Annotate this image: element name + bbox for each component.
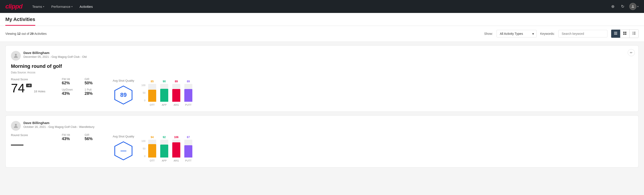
- refresh-icon[interactable]: ↻: [620, 3, 626, 10]
- chart-col-app-2: 92 APP: [160, 140, 168, 162]
- card-header-2: Dave Billingham October 16, 2021 - Gog M…: [11, 121, 633, 131]
- shot-quality-chart: 100 50 0 85 OTT: [142, 84, 192, 106]
- bar-ott-label-2: OTT: [150, 159, 155, 162]
- user-menu-button[interactable]: ▾: [629, 3, 639, 10]
- user-info-2: Dave Billingham October 16, 2021 - Gog M…: [24, 121, 633, 128]
- bar-putt-2: [184, 145, 192, 158]
- quality-section-2: Avg Shot Quality — 100 50: [113, 134, 633, 162]
- sub-stats: FW Hit 62% GIR 50% Up/Down 43% 1 Putt 28…: [62, 78, 102, 96]
- activity-card-1: ✏ Dave Billingham December 05, 2021 - Go…: [5, 45, 639, 112]
- gir-stat-2: GIR 56%: [84, 134, 102, 141]
- round-score-section: Round Score 74 +4 18 Holes: [11, 78, 51, 94]
- shot-quality-chart-2: 100 50 0 94 OTT: [142, 140, 192, 162]
- bar-arg: [172, 89, 180, 102]
- user-info: Dave Billingham December 05, 2021 - Gog …: [24, 51, 633, 58]
- bar-ott-value-2: 94: [150, 136, 154, 139]
- filter-bar: Viewing 12 out of 29 Activities Show: Al…: [0, 26, 644, 42]
- card-stats: Round Score 74 +4 18 Holes FW Hit 62% GI…: [11, 78, 633, 106]
- nav-teams[interactable]: Teams ▾: [30, 3, 47, 10]
- hex-shape: 89: [113, 85, 134, 105]
- card-stats-2: Round Score — FW Hit 43% GIR 56%: [11, 134, 633, 162]
- card-header: Dave Billingham December 05, 2021 - Gog …: [11, 51, 633, 61]
- bar-app-2: [160, 144, 168, 158]
- add-icon[interactable]: ⊕: [610, 3, 616, 10]
- view-toggle: [611, 30, 639, 38]
- user-name: Dave Billingham: [24, 51, 633, 55]
- svg-rect-10: [632, 33, 633, 34]
- svg-point-16: [15, 124, 17, 126]
- chevron-down-icon: ▾: [72, 5, 72, 8]
- round-score-section-2: Round Score —: [11, 134, 51, 150]
- round-score-label-2: Round Score: [11, 134, 51, 137]
- hex-shape-2: —: [113, 141, 134, 161]
- bar-putt-label-2: PUTT: [185, 159, 192, 162]
- quality-value-2: —: [120, 147, 126, 154]
- fw-hit-stat-2: FW Hit 43%: [62, 134, 79, 141]
- show-label: Show:: [484, 32, 493, 36]
- bar-arg-2: [172, 142, 180, 158]
- viewing-number: 12: [17, 32, 21, 36]
- bar-putt-value: 89: [187, 80, 190, 83]
- logo: clippd: [5, 3, 22, 10]
- bar-arg-value: 89: [175, 80, 178, 83]
- bar-app-label-2: APP: [162, 159, 167, 162]
- round-score-label: Round Score: [11, 78, 51, 81]
- bar-arg-value-2: 106: [174, 136, 178, 139]
- svg-rect-3: [614, 34, 617, 34]
- nav: Teams ▾ Performance ▾ Activities: [30, 3, 602, 10]
- sub-stats-section: FW Hit 62% GIR 50% Up/Down 43% 1 Putt 28…: [62, 78, 102, 96]
- svg-point-14: [15, 54, 17, 56]
- svg-point-0: [632, 5, 634, 6]
- chart-bars-2: 94 OTT 92 APP: [148, 140, 192, 162]
- bar-arg-label: ARG: [174, 104, 179, 106]
- sub-stats-section-2: FW Hit 43% GIR 56%: [62, 134, 102, 141]
- svg-rect-2: [614, 33, 617, 34]
- svg-rect-12: [632, 34, 633, 34]
- search-input[interactable]: [558, 30, 608, 38]
- header: clippd Teams ▾ Performance ▾ Activities …: [0, 0, 644, 13]
- svg-rect-11: [634, 33, 636, 34]
- gir-stat: GIR 50%: [84, 78, 102, 86]
- user-name-2: Dave Billingham: [24, 121, 633, 125]
- svg-rect-4: [623, 32, 624, 33]
- quality-section: Avg Shot Quality 89 100 50: [113, 78, 633, 106]
- chart-y-axis-2: 100 50 0: [142, 140, 146, 158]
- grid-view-button[interactable]: [620, 30, 630, 38]
- bar-app-label: APP: [162, 104, 167, 106]
- hex-container: 89: [113, 85, 134, 105]
- svg-rect-8: [632, 32, 633, 32]
- page-title-bar: My Activities: [0, 13, 644, 26]
- list-view-button[interactable]: [611, 30, 620, 38]
- avatar: [11, 51, 21, 61]
- chart-col-ott-2: 94 OTT: [148, 140, 156, 162]
- chart-col-app: 90 APP: [160, 84, 168, 106]
- fw-hit-stat: FW Hit 62%: [62, 78, 79, 86]
- score-number-2: —: [11, 138, 24, 150]
- bar-app: [160, 89, 168, 102]
- keywords-label: Keywords:: [540, 32, 555, 36]
- chart-bars: 85 OTT 90 APP: [148, 84, 192, 106]
- edit-button[interactable]: ✏: [628, 49, 635, 56]
- activity-card-2: Dave Billingham October 16, 2021 - Gog M…: [5, 115, 639, 168]
- chart-col-putt: 89 PUTT: [184, 84, 192, 106]
- quality-header-2: Avg Shot Quality —: [113, 135, 134, 161]
- activity-type-dropdown[interactable]: All Activity Types: [496, 30, 537, 38]
- total-number: 29: [30, 32, 34, 36]
- svg-rect-5: [625, 32, 626, 33]
- chart-col-arg: 89 ARG: [172, 84, 180, 106]
- activity-date: December 05, 2021 - Gog Magog Golf Club …: [24, 55, 633, 58]
- activity-type-dropdown-wrapper: All Activity Types: [496, 30, 537, 38]
- bar-app-value-2: 92: [163, 136, 166, 139]
- avatar: [629, 3, 636, 10]
- quality-header: Avg Shot Quality 89: [113, 79, 134, 105]
- hex-container-2: —: [113, 141, 134, 161]
- updown-stat: Up/Down 43%: [62, 88, 79, 96]
- nav-performance[interactable]: Performance ▾: [49, 3, 75, 10]
- bar-arg-label-2: ARG: [174, 159, 179, 162]
- detail-view-button[interactable]: [630, 30, 638, 38]
- activity-title: Morning round of golf: [11, 63, 633, 69]
- nav-activities[interactable]: Activities: [77, 3, 96, 10]
- bar-putt-value-2: 87: [187, 136, 190, 139]
- chart-col-ott: 85 OTT: [148, 84, 156, 106]
- svg-rect-9: [634, 32, 636, 32]
